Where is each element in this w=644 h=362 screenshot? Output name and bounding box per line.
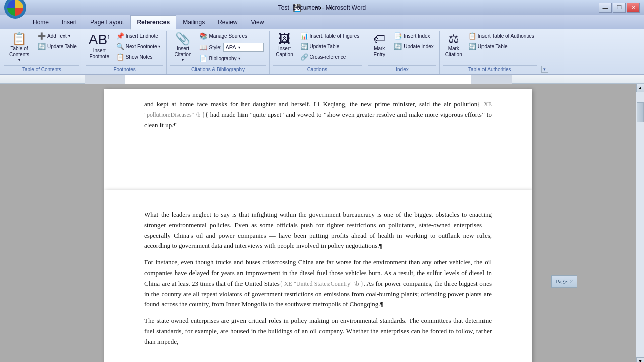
update-table-captions-label: Update Table — [310, 44, 340, 49]
insert-endnote-button[interactable]: 📌 Insert Endnote — [114, 31, 164, 41]
footnotes-group-items: AB1 InsertFootnote 📌 Insert Endnote 🔍 Ne… — [86, 31, 164, 65]
index-group-label: Index — [368, 65, 436, 74]
insert-footnote-icon: AB1 — [89, 33, 110, 47]
restore-button[interactable]: ❐ — [613, 3, 626, 13]
insert-table-figures-button[interactable]: 📊 Insert Table of Figures — [298, 31, 362, 41]
insert-table-figures-icon: 📊 — [300, 32, 308, 40]
bibliography-icon: 📄 — [199, 55, 207, 62]
update-table-toc-button[interactable]: 🔄 Update Table — [35, 41, 79, 52]
update-table-captions-button[interactable]: 🔄 Update Table — [298, 41, 362, 52]
toc-group-label: Table of Contents — [4, 65, 79, 74]
field-code-2: { XE "United States:Country" \b } — [280, 280, 364, 287]
insert-authorities-button[interactable]: 📋 Insert Table of Authorities — [466, 31, 537, 41]
insert-footnote-label: InsertFootnote — [89, 48, 109, 60]
captions-group-label: Captions — [273, 65, 362, 74]
minimize-button[interactable]: — — [599, 3, 612, 13]
cross-reference-icon: 🔗 — [300, 53, 308, 61]
update-table-authorities-button[interactable]: 🔄 Update Table — [466, 41, 537, 52]
bibliography-button[interactable]: 📄 Bibliography ▾ — [197, 53, 266, 64]
document-scroll-area: and kept at home face masks for her daug… — [0, 84, 636, 362]
manage-sources-label: Manage Sources — [209, 33, 247, 39]
mark-entry-button[interactable]: 🏷 MarkEntry — [368, 31, 390, 60]
footnotes-group: AB1 InsertFootnote 📌 Insert Endnote 🔍 Ne… — [83, 31, 167, 74]
tab-references[interactable]: References — [130, 15, 176, 30]
index-group: 🏷 MarkEntry 📑 Insert Index 🔄 Update Inde… — [365, 31, 440, 74]
page-1-bottom: and kept at home face masks for her daug… — [104, 89, 532, 190]
scroll-down-button[interactable]: ▼ — [636, 357, 644, 362]
close-button[interactable]: ✕ — [627, 3, 640, 13]
manage-sources-button[interactable]: 📚 Manage Sources — [197, 31, 266, 41]
add-text-label: Add Text — [47, 33, 67, 39]
mark-entry-icon: 🏷 — [373, 33, 385, 45]
bibliography-arrow: ▾ — [238, 56, 240, 61]
insert-endnote-label: Insert Endnote — [126, 33, 158, 39]
field-code-1: { XE "pollution:Diseases" \b } — [144, 101, 492, 118]
insert-caption-button[interactable]: 🖼 InsertCaption — [273, 31, 297, 60]
ruler-inner — [85, 75, 512, 84]
page-2[interactable]: Page: 2 What the leaders neglect to say … — [104, 190, 532, 362]
style-select[interactable]: APA ▾ — [223, 43, 264, 52]
insert-citation-arrow: ▾ — [182, 58, 184, 62]
manage-sources-icon: 📚 — [199, 32, 207, 40]
next-footnote-label: Next Footnote — [126, 44, 157, 49]
next-footnote-button[interactable]: 🔍 Next Footnote ▾ — [114, 41, 164, 52]
style-value: APA — [226, 44, 236, 50]
tab-page-layout[interactable]: Page Layout — [84, 15, 130, 29]
scroll-track[interactable] — [636, 92, 644, 357]
style-dropdown[interactable]: 📖 Style: APA ▾ — [197, 41, 266, 53]
insert-footnote-button[interactable]: AB1 InsertFootnote — [86, 31, 113, 62]
captions-group: 🖼 InsertCaption 📊 Insert Table of Figure… — [270, 31, 366, 74]
tab-view[interactable]: View — [245, 15, 271, 29]
index-group-items: 🏷 MarkEntry 📑 Insert Index 🔄 Update Inde… — [368, 31, 436, 65]
vertical-scrollbar[interactable]: ▲ ▼ — [636, 84, 644, 362]
document-text: What the leaders neglect to say is that … — [144, 210, 492, 347]
tab-insert[interactable]: Insert — [55, 15, 84, 29]
show-notes-button[interactable]: 📋 Show Notes — [114, 52, 164, 62]
ribbon-expand-area: ▾ — [540, 31, 549, 74]
insert-index-icon: 📑 — [394, 32, 402, 40]
next-footnote-arrow: ▾ — [158, 44, 160, 49]
insert-endnote-icon: 📌 — [116, 32, 124, 40]
cross-reference-button[interactable]: 🔗 Cross-reference — [298, 52, 362, 62]
office-icon — [7, 0, 23, 16]
update-index-label: Update Index — [404, 44, 434, 49]
style-icon: 📖 — [199, 44, 207, 51]
ribbon-content: 📋 Table ofContents ▾ ➕ Add Text ▾ 🔄 Upda… — [0, 29, 644, 74]
keqiang-underline: Keqiang — [323, 100, 345, 108]
page-indicator: Page: 2 — [551, 275, 577, 288]
table-of-contents-button[interactable]: 📋 Table ofContents ▾ — [4, 31, 34, 64]
captions-small: 📊 Insert Table of Figures 🔄 Update Table… — [298, 31, 362, 62]
table-of-contents-group: 📋 Table ofContents ▾ ➕ Add Text ▾ 🔄 Upda… — [1, 31, 83, 74]
doc-para-3: For instance, even though trucks and bus… — [144, 257, 492, 310]
mark-citation-button[interactable]: ⚖ MarkCitation — [443, 31, 465, 60]
ruler-content — [125, 75, 471, 84]
mark-citation-label: MarkCitation — [445, 46, 462, 58]
insert-index-button[interactable]: 📑 Insert Index — [391, 31, 436, 41]
show-notes-icon: 📋 — [116, 53, 124, 61]
update-index-button[interactable]: 🔄 Update Index — [391, 41, 436, 52]
document-wrapper: and kept at home face masks for her daug… — [0, 84, 644, 362]
tab-mailings[interactable]: Mailings — [176, 15, 211, 29]
tab-review[interactable]: Review — [211, 15, 244, 29]
scroll-up-button[interactable]: ▲ — [636, 84, 644, 92]
insert-index-label: Insert Index — [404, 33, 430, 39]
update-index-icon: 🔄 — [394, 43, 402, 50]
ribbon-expand-button[interactable]: ▾ — [541, 66, 548, 73]
window-title: Test_Document - Microsoft Word — [278, 4, 366, 11]
toc-label: Table ofContents — [9, 46, 29, 58]
update-table-toc-label: Update Table — [47, 44, 77, 49]
captions-group-items: 🖼 InsertCaption 📊 Insert Table of Figure… — [273, 31, 362, 65]
paragraph-1: and kept at home face masks for her daug… — [144, 99, 492, 130]
insert-caption-label: InsertCaption — [276, 46, 293, 58]
toc-small-buttons: ➕ Add Text ▾ 🔄 Update Table — [35, 31, 79, 52]
scroll-thumb[interactable] — [637, 102, 644, 122]
show-notes-label: Show Notes — [126, 54, 153, 60]
insert-authorities-icon: 📋 — [468, 32, 476, 40]
update-table-authorities-label: Update Table — [478, 44, 508, 49]
ruler-right-margin — [471, 75, 512, 84]
title-bar-controls: — ❐ ✕ — [599, 3, 640, 13]
next-footnote-icon: 🔍 — [116, 43, 124, 50]
tab-home[interactable]: Home — [26, 15, 55, 29]
insert-citation-button[interactable]: 📎 InsertCitation ▾ — [170, 31, 196, 64]
add-text-button[interactable]: ➕ Add Text ▾ — [35, 31, 79, 41]
